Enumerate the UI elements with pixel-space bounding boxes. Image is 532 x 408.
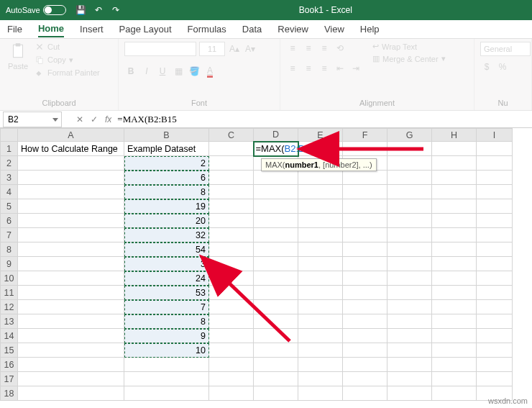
- cell-G2[interactable]: [387, 156, 432, 171]
- fx-icon[interactable]: fx: [105, 114, 111, 124]
- row-header-3[interactable]: 3: [1, 171, 18, 185]
- cell-C15[interactable]: [209, 343, 254, 358]
- cell-C8[interactable]: [209, 242, 254, 257]
- tab-help[interactable]: Help: [360, 22, 380, 37]
- cell-I3[interactable]: [477, 171, 513, 185]
- italic-button[interactable]: I: [140, 65, 153, 78]
- copy-button[interactable]: Copy ▾: [35, 55, 100, 65]
- cell-G14[interactable]: [387, 329, 432, 343]
- decrease-font-icon[interactable]: A▾: [244, 42, 257, 55]
- row-header-15[interactable]: 15: [1, 343, 18, 358]
- cell-B8[interactable]: 54: [124, 242, 209, 257]
- cell-I12[interactable]: [477, 300, 513, 314]
- cell-H6[interactable]: [432, 214, 477, 228]
- row-header-18[interactable]: 18: [1, 386, 18, 401]
- row-header-2[interactable]: 2: [1, 156, 18, 171]
- col-header-F[interactable]: F: [343, 129, 387, 142]
- cell-E10[interactable]: [298, 271, 343, 286]
- align-middle-icon[interactable]: ≡: [302, 42, 315, 55]
- cell-H11[interactable]: [432, 286, 477, 300]
- cell-B18[interactable]: [124, 386, 209, 401]
- cell-B3[interactable]: 6: [124, 171, 209, 185]
- cell-C11[interactable]: [209, 286, 254, 300]
- cell-H4[interactable]: [432, 185, 477, 199]
- increase-font-icon[interactable]: A▴: [228, 42, 241, 55]
- cell-D16[interactable]: [254, 358, 298, 372]
- cell-G10[interactable]: [387, 271, 432, 286]
- cell-B17[interactable]: [124, 372, 209, 386]
- cell-E12[interactable]: [298, 300, 343, 314]
- cell-B1[interactable]: Example Dataset: [124, 142, 209, 156]
- bold-button[interactable]: B: [124, 65, 137, 78]
- cell-I8[interactable]: [477, 242, 513, 257]
- cell-G7[interactable]: [387, 228, 432, 242]
- save-icon[interactable]: 💾: [73, 2, 89, 18]
- cell-G11[interactable]: [387, 286, 432, 300]
- cell-H10[interactable]: [432, 271, 477, 286]
- align-right-icon[interactable]: ≡: [318, 62, 331, 75]
- col-header-A[interactable]: A: [18, 129, 124, 142]
- row-header-12[interactable]: 12: [1, 300, 18, 314]
- cell-F8[interactable]: [343, 242, 387, 257]
- cell-C18[interactable]: [209, 386, 254, 401]
- currency-icon[interactable]: $: [480, 60, 493, 73]
- col-header-H[interactable]: H: [432, 129, 477, 142]
- cell-H7[interactable]: [432, 228, 477, 242]
- cell-D9[interactable]: [254, 257, 298, 271]
- cell-A2[interactable]: [18, 156, 124, 171]
- cell-A18[interactable]: [18, 386, 124, 401]
- cell-B12[interactable]: 7: [124, 300, 209, 314]
- cell-F5[interactable]: [343, 199, 387, 214]
- cell-F17[interactable]: [343, 372, 387, 386]
- cell-A12[interactable]: [18, 300, 124, 314]
- cell-B4[interactable]: 8: [124, 185, 209, 199]
- cell-B5[interactable]: 19: [124, 199, 209, 214]
- tab-home[interactable]: Home: [38, 21, 64, 37]
- cell-A14[interactable]: [18, 329, 124, 343]
- cell-E14[interactable]: [298, 329, 343, 343]
- cell-B15[interactable]: 10: [124, 343, 209, 358]
- cell-G12[interactable]: [387, 300, 432, 314]
- cell-H3[interactable]: [432, 171, 477, 185]
- cell-B7[interactable]: 32: [124, 228, 209, 242]
- cell-H16[interactable]: [432, 358, 477, 372]
- tab-view[interactable]: View: [324, 22, 344, 37]
- cell-D10[interactable]: [254, 271, 298, 286]
- row-header-14[interactable]: 14: [1, 329, 18, 343]
- cell-F7[interactable]: [343, 228, 387, 242]
- cell-F13[interactable]: [343, 314, 387, 329]
- cell-C3[interactable]: [209, 171, 254, 185]
- cell-B10[interactable]: 24: [124, 271, 209, 286]
- row-header-6[interactable]: 6: [1, 214, 18, 228]
- select-all-corner[interactable]: [1, 129, 18, 142]
- cell-G18[interactable]: [387, 386, 432, 401]
- cell-H18[interactable]: [432, 386, 477, 401]
- cut-button[interactable]: Cut: [35, 42, 100, 52]
- row-header-10[interactable]: 10: [1, 271, 18, 286]
- cell-I1[interactable]: [477, 142, 513, 156]
- cell-C14[interactable]: [209, 329, 254, 343]
- paste-button[interactable]: Paste: [6, 42, 30, 71]
- cell-D5[interactable]: [254, 199, 298, 214]
- cell-I4[interactable]: [477, 185, 513, 199]
- row-header-11[interactable]: 11: [1, 286, 18, 300]
- cell-D15[interactable]: [254, 343, 298, 358]
- tab-review[interactable]: Review: [278, 22, 308, 37]
- cell-H1[interactable]: [432, 142, 477, 156]
- cell-I2[interactable]: [477, 156, 513, 171]
- cell-F3[interactable]: [343, 171, 387, 185]
- underline-button[interactable]: U: [156, 65, 169, 78]
- cell-G15[interactable]: [387, 343, 432, 358]
- indent-decrease-icon[interactable]: ⇤: [334, 62, 347, 75]
- font-size-select[interactable]: 11: [199, 42, 225, 56]
- cell-D6[interactable]: [254, 214, 298, 228]
- cell-H8[interactable]: [432, 242, 477, 257]
- cell-I13[interactable]: [477, 314, 513, 329]
- cell-F4[interactable]: [343, 185, 387, 199]
- indent-increase-icon[interactable]: ⇥: [349, 62, 362, 75]
- cell-C6[interactable]: [209, 214, 254, 228]
- cell-I14[interactable]: [477, 329, 513, 343]
- cell-H14[interactable]: [432, 329, 477, 343]
- cell-G4[interactable]: [387, 185, 432, 199]
- cell-A15[interactable]: [18, 343, 124, 358]
